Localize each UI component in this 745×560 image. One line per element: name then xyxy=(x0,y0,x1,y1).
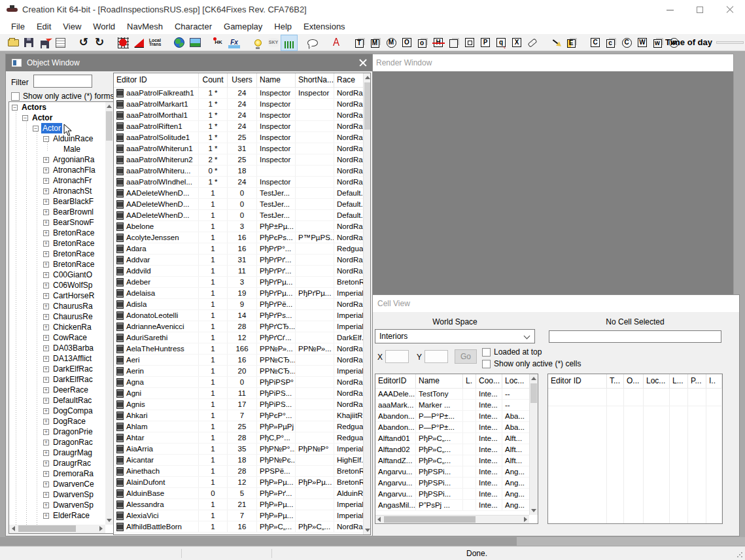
table-row[interactable]: Angarvu...РђРЅРі...Inte...Ang... xyxy=(375,466,529,478)
tree-item[interactable]: −Actor xyxy=(9,123,105,133)
tree-expander[interactable]: + xyxy=(43,461,49,466)
tree-item[interactable]: +DefaultRac xyxy=(9,395,105,406)
tree-item[interactable]: +DA13Afflict xyxy=(9,353,105,364)
undo-icon[interactable]: ↺ xyxy=(76,35,92,50)
world-space-dropdown[interactable]: Interiors xyxy=(375,329,535,343)
scroll-left-icon[interactable] xyxy=(377,517,381,522)
table-row[interactable]: Ahkari17РђРєР°...KhajiitR. xyxy=(114,410,363,421)
tree-expander[interactable]: + xyxy=(43,262,49,268)
menu-navmesh[interactable]: NavMesh xyxy=(121,20,169,34)
tree-item[interactable]: +DwarvenSp xyxy=(9,500,105,510)
spike-icon[interactable] xyxy=(548,35,564,50)
tree-item[interactable]: +DraugrRac xyxy=(9,458,105,468)
tree-item[interactable]: +DragonPrie xyxy=(9,427,105,437)
menu-gameplay[interactable]: Gameplay xyxy=(218,20,268,34)
tree-hscrollbar[interactable] xyxy=(9,525,105,533)
show-active-forms-checkbox[interactable] xyxy=(11,92,20,101)
column-header[interactable]: I.. xyxy=(706,374,722,388)
column-header[interactable]: O... xyxy=(624,374,644,388)
column-header[interactable]: Loc... xyxy=(644,374,670,388)
cube-m-icon[interactable]: M xyxy=(368,35,383,50)
redo-icon[interactable]: ↻ xyxy=(92,35,107,50)
scrollbar-thumb[interactable] xyxy=(384,516,476,523)
x-coordinate-input[interactable] xyxy=(385,350,409,363)
tree-item[interactable]: +BearBrownl xyxy=(9,207,105,217)
table-row[interactable]: Addvar131РђРґРґ...NordRa. xyxy=(114,254,363,266)
table-row[interactable]: AngasMil...Р”РѕРј ...Inte...Ang... xyxy=(375,500,529,511)
scrollbar-thumb[interactable] xyxy=(364,82,370,130)
render-window-titlebar[interactable]: Render Window xyxy=(368,54,733,71)
table-row[interactable]: Abelone13РђР±Рµ...NordRa. xyxy=(114,221,363,232)
toggle-grass-icon[interactable] xyxy=(281,35,297,50)
tree-item[interactable]: +ArgonianRa xyxy=(9,154,105,165)
tree-item[interactable]: +C00GiantO xyxy=(9,270,105,280)
table-row[interactable]: Angarvu...РђРЅРі...Inte...Ang... xyxy=(375,478,529,489)
column-header[interactable]: L... xyxy=(670,374,688,388)
toggle-lights-icon[interactable] xyxy=(250,35,266,50)
tree-item[interactable]: +DarkElfRac xyxy=(9,364,105,374)
table-row[interactable]: Aeri116Р­Р№СЂ...NordRa. xyxy=(114,355,363,366)
tree-expander[interactable]: − xyxy=(43,136,49,142)
menu-help[interactable]: Help xyxy=(268,20,298,34)
tree-expander[interactable]: + xyxy=(43,157,49,163)
tree-expander[interactable]: + xyxy=(43,450,49,456)
square-c-icon[interactable]: C xyxy=(587,35,603,50)
tree-item[interactable]: +BearBlackF xyxy=(9,196,105,207)
tree-expander[interactable]: + xyxy=(43,513,49,519)
cube-w-icon[interactable]: w xyxy=(650,35,666,50)
water-fx-icon[interactable]: Fx xyxy=(226,35,242,50)
tree-item[interactable]: +ChaurusRa xyxy=(9,301,105,311)
tree-expander[interactable]: − xyxy=(12,105,18,111)
tree-expander[interactable]: + xyxy=(43,492,49,498)
tree-item[interactable]: +DraugrMag xyxy=(9,447,105,458)
tree-item[interactable]: +ChaurusRe xyxy=(9,311,105,322)
tree-expander[interactable]: + xyxy=(43,314,49,320)
scroll-down-icon[interactable] xyxy=(107,519,112,522)
tree-item[interactable]: +DremoraRa xyxy=(9,468,105,479)
menu-character[interactable]: Character xyxy=(169,20,218,34)
table-row[interactable]: AADeleteWhenD...10TestJer...Default.. xyxy=(114,210,363,221)
cell-name-input[interactable] xyxy=(549,330,721,343)
tree-expander[interactable]: + xyxy=(43,209,49,215)
tree-item[interactable]: +BretonRace xyxy=(9,228,105,238)
tree-expander[interactable]: + xyxy=(43,188,49,194)
circle-m-icon[interactable]: M xyxy=(383,35,399,50)
go-button[interactable]: Go xyxy=(455,349,477,364)
tree-item[interactable]: +BearSnowF xyxy=(9,217,105,228)
scroll-right-icon[interactable] xyxy=(99,526,103,531)
tree-item[interactable]: −Actor xyxy=(9,113,105,123)
link-icon[interactable] xyxy=(525,35,540,50)
column-header[interactable]: EditorID xyxy=(375,374,416,388)
tree-item[interactable]: +BretonRace xyxy=(9,259,105,270)
tree-expander[interactable]: + xyxy=(43,324,49,330)
column-header[interactable]: Name xyxy=(257,73,296,87)
scroll-left-icon[interactable] xyxy=(12,526,15,531)
tree-expander[interactable]: + xyxy=(43,178,49,184)
table-row[interactable]: Alftand01РђР»С„...Inte...Alft... xyxy=(375,433,529,444)
table-row[interactable]: AADeleteWhenD...10TestJer...Default.. xyxy=(114,199,363,210)
scrollbar-thumb[interactable] xyxy=(18,525,76,532)
tree-expander[interactable]: + xyxy=(43,199,49,205)
table-row[interactable]: AlfhildBattleBorn116РђР»С„...РђР»С„...No… xyxy=(114,521,363,533)
objects-table-vscrollbar[interactable] xyxy=(363,73,370,534)
table-row[interactable]: aaaPatrolFalkreath11 *24InspectorInspect… xyxy=(114,88,363,99)
tree-expander[interactable]: + xyxy=(43,304,49,309)
table-row[interactable]: AelaTheHuntress1166Р­Р№Р»...Р­Р№Р»...Nor… xyxy=(114,343,363,355)
menu-extensions[interactable]: Extensions xyxy=(298,20,351,34)
scroll-down-icon[interactable] xyxy=(365,529,370,532)
show-active-cells-checkbox[interactable] xyxy=(482,360,491,368)
column-header[interactable]: L. xyxy=(463,374,476,388)
menu-file[interactable]: File xyxy=(5,20,31,34)
tree-item[interactable]: +AtronachSt xyxy=(9,186,105,196)
table-row[interactable]: aaaPatrolMorthal11 *24InspectorNordRa. xyxy=(114,110,363,121)
table-row[interactable]: AiaArria135РђР№Р°...РђР№Р°Imperial. xyxy=(114,444,363,455)
resize-grip[interactable] xyxy=(736,551,743,558)
tree-expander[interactable]: + xyxy=(43,230,49,236)
tree-item[interactable]: +DogCompa xyxy=(9,406,105,416)
open-file-icon[interactable] xyxy=(5,35,21,50)
table-row[interactable]: Adisla19РђРґРё...NordRa. xyxy=(114,299,363,310)
square-o-icon[interactable]: O xyxy=(399,35,415,50)
table-row[interactable]: Adeber13РђРґРµ...BretonR xyxy=(114,277,363,288)
table-row[interactable]: Agni111РђРіРЅ...NordRa. xyxy=(114,388,363,399)
version-control-icon[interactable] xyxy=(37,35,52,50)
